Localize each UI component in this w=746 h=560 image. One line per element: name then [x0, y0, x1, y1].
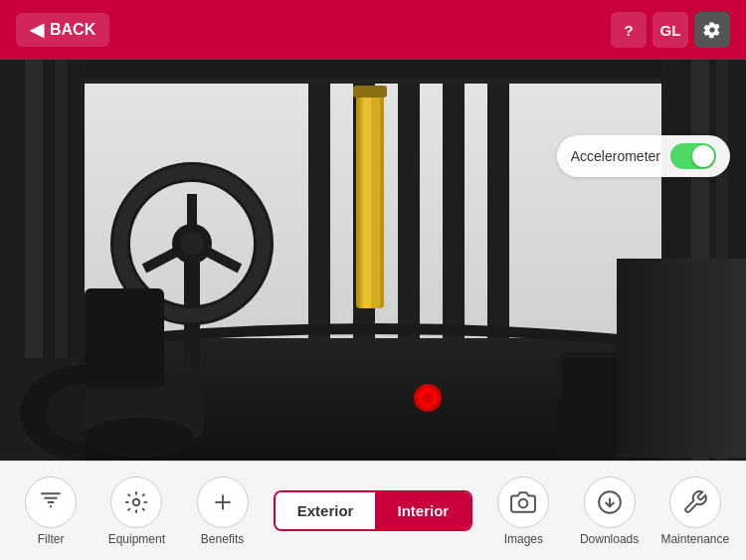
downloads-label: Downloads	[580, 532, 639, 546]
maintenance-icon	[682, 489, 708, 515]
back-arrow-icon: ◀	[30, 19, 44, 41]
header: ◀ BACK ? GL	[0, 0, 746, 60]
benefits-icon-wrap	[197, 476, 249, 528]
toggle-knob	[692, 145, 714, 167]
svg-rect-16	[85, 60, 661, 78]
svg-point-36	[85, 418, 194, 458]
gear-icon	[703, 21, 721, 39]
back-label: BACK	[50, 21, 95, 39]
maintenance-icon-wrap	[669, 476, 721, 528]
filter-icon-wrap	[25, 476, 77, 528]
svg-point-29	[180, 232, 204, 256]
header-right-controls: ? GL	[611, 12, 730, 48]
help-label: ?	[624, 22, 633, 39]
accelerometer-toggle[interactable]: Accelerometer	[557, 135, 730, 177]
camera-icon	[510, 489, 536, 515]
view-toggle: Exterior Interior	[274, 490, 472, 531]
downloads-icon-wrap	[584, 476, 636, 528]
forklift-scene	[0, 60, 746, 461]
svg-rect-39	[85, 288, 164, 388]
toolbar-item-filter[interactable]: Filter	[16, 476, 86, 546]
back-button[interactable]: ◀ BACK	[16, 13, 109, 47]
exterior-button[interactable]: Exterior	[276, 492, 376, 529]
filter-label: Filter	[38, 532, 65, 546]
toolbar: Filter Equipment Benefits Exterior Inter…	[0, 461, 746, 560]
help-button[interactable]: ?	[611, 12, 647, 48]
settings-button[interactable]	[694, 12, 730, 48]
toolbar-item-images[interactable]: Images	[488, 476, 558, 546]
accelerometer-label: Accelerometer	[571, 148, 660, 164]
benefits-icon	[210, 489, 236, 515]
toolbar-item-benefits[interactable]: Benefits	[188, 476, 258, 546]
images-label: Images	[504, 532, 543, 546]
toolbar-item-maintenance[interactable]: Maintenance	[660, 476, 730, 546]
toolbar-item-downloads[interactable]: Downloads	[575, 476, 645, 546]
download-icon	[597, 489, 623, 515]
viewport[interactable]: Accelerometer	[0, 60, 746, 461]
svg-point-40	[133, 498, 140, 505]
gl-label: GL	[660, 22, 681, 39]
svg-point-34	[422, 392, 434, 404]
equipment-icon-wrap	[110, 476, 162, 528]
svg-point-43	[519, 498, 528, 507]
accelerometer-switch[interactable]	[670, 143, 716, 169]
svg-rect-14	[363, 90, 371, 308]
equipment-label: Equipment	[108, 532, 165, 546]
toolbar-item-equipment[interactable]: Equipment	[101, 476, 171, 546]
images-icon-wrap	[497, 476, 549, 528]
filter-icon	[38, 489, 64, 515]
interior-button[interactable]: Interior	[375, 492, 470, 529]
benefits-label: Benefits	[201, 532, 244, 546]
svg-rect-17	[85, 78, 661, 84]
maintenance-label: Maintenance	[660, 532, 729, 546]
equipment-icon	[123, 489, 149, 515]
gl-button[interactable]: GL	[653, 12, 688, 48]
svg-rect-15	[353, 86, 387, 97]
svg-rect-38	[617, 259, 746, 458]
